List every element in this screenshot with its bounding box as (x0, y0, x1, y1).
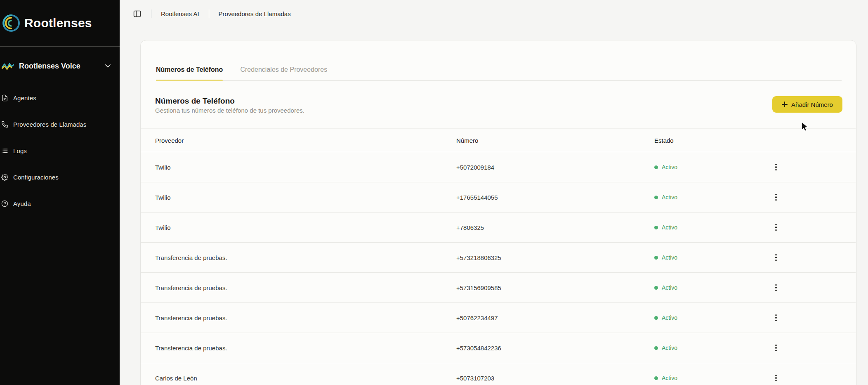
breadcrumb-app[interactable]: Rootlenses AI (161, 10, 199, 17)
add-number-button[interactable]: Añadir Número (772, 96, 842, 113)
cell-provider: Twilio (155, 194, 456, 201)
status-label: Activo (662, 345, 677, 351)
cell-provider: Twilio (155, 224, 456, 231)
phone-icon (1, 121, 12, 128)
cell-provider: Carlos de León (155, 375, 456, 382)
page-title: Números de Teléfono (155, 97, 235, 106)
topbar: Rootlenses AI Proveedores de Llamadas (120, 0, 868, 27)
status-label: Activo (662, 314, 677, 321)
status-dot-icon (654, 286, 658, 290)
breadcrumb-page[interactable]: Proveedores de Llamadas (219, 10, 291, 17)
status-badge: Activo (654, 224, 772, 231)
status-dot-icon (654, 196, 658, 199)
sidebar-item-ayuda[interactable]: Ayuda (0, 190, 120, 217)
table-row: Carlos de León +5073107203 Activo (141, 363, 856, 385)
row-menu-button[interactable] (773, 191, 779, 203)
status-badge: Activo (654, 314, 772, 321)
cell-provider: Twilio (155, 164, 456, 171)
sidebar-item-agentes[interactable]: Agentes (0, 85, 120, 111)
cell-number: +573218806325 (456, 254, 654, 261)
kebab-icon (775, 224, 777, 226)
row-menu-button[interactable] (773, 282, 779, 294)
sidebar-nav: Agentes Proveedores de Llamadas Logs Con… (0, 85, 120, 217)
sidebar-item-logs[interactable]: Logs (0, 137, 120, 164)
column-header-estado: Estado (654, 137, 772, 144)
document-icon (1, 94, 12, 102)
page-subtitle: Gestiona tus números de teléfono de tus … (155, 107, 304, 114)
cell-provider: Transferencia de pruebas. (155, 314, 456, 321)
row-menu-button[interactable] (773, 342, 779, 354)
cell-provider: Transferencia de pruebas. (155, 284, 456, 291)
cell-number: +17655144055 (456, 194, 654, 201)
status-dot-icon (654, 376, 658, 380)
column-header-proveedor: Proveedor (155, 137, 456, 144)
kebab-icon (775, 164, 777, 165)
row-menu-button[interactable] (773, 252, 779, 264)
workspace-label: Rootlenses Voice (19, 62, 80, 71)
row-menu-button[interactable] (773, 372, 779, 384)
status-badge: Activo (654, 194, 772, 201)
status-dot-icon (654, 256, 658, 260)
gear-icon (1, 174, 12, 181)
sidebar-item-label: Logs (13, 147, 27, 154)
status-label: Activo (662, 194, 677, 201)
workspace-selector[interactable]: Rootlenses Voice (0, 56, 120, 76)
cell-number: +5073107203 (456, 375, 654, 382)
table-row: Twilio +7806325 Activo (141, 213, 856, 243)
status-badge: Activo (654, 254, 772, 261)
kebab-icon (775, 345, 777, 346)
sidebar-item-label: Agentes (13, 94, 36, 102)
add-number-button-label: Añadir Número (791, 101, 833, 108)
row-menu-button[interactable] (773, 161, 779, 173)
row-menu-button[interactable] (773, 222, 779, 234)
kebab-icon (775, 314, 777, 316)
status-dot-icon (654, 165, 658, 169)
sidebar-toggle-button[interactable] (133, 9, 142, 18)
row-menu-button[interactable] (773, 312, 779, 324)
status-badge: Activo (654, 284, 772, 291)
cell-number: +7806325 (456, 224, 654, 231)
breadcrumb-divider (209, 9, 209, 18)
table-row: Transferencia de pruebas. +573054842236 … (141, 333, 856, 363)
table-row: Transferencia de pruebas. +573218806325 … (141, 243, 856, 273)
table-row: Twilio +17655144055 Activo (141, 182, 856, 213)
status-label: Activo (662, 224, 677, 231)
status-badge: Activo (654, 345, 772, 351)
status-dot-icon (654, 226, 658, 229)
status-label: Activo (662, 164, 677, 170)
tab-numeros-de-telefono[interactable]: Números de Teléfono (156, 66, 223, 80)
sidebar: Rootlenses Rootlenses Voice Agentes Prov… (0, 0, 120, 385)
column-header-numero: Número (456, 137, 654, 144)
status-dot-icon (654, 316, 658, 320)
table-body: Twilio +5072009184 Activo Twilio +176551… (141, 152, 856, 385)
status-label: Activo (662, 375, 677, 381)
cell-number: +50762234497 (456, 314, 654, 321)
kebab-icon (775, 194, 777, 196)
rootlenses-logo-icon (2, 14, 21, 33)
sidebar-item-configuraciones[interactable]: Configuraciones (0, 164, 120, 190)
status-badge: Activo (654, 164, 772, 170)
status-label: Activo (662, 284, 677, 291)
sidebar-item-proveedores-de-llamadas[interactable]: Proveedores de Llamadas (0, 111, 120, 137)
chevron-down-icon (105, 64, 111, 68)
kebab-icon (775, 254, 777, 256)
cell-number: +573054842236 (456, 345, 654, 352)
cell-provider: Transferencia de pruebas. (155, 254, 456, 261)
content-card: Números de Teléfono Credenciales de Prov… (140, 40, 856, 385)
table-row: Twilio +5072009184 Activo (141, 152, 856, 182)
status-dot-icon (654, 346, 658, 350)
cell-provider: Transferencia de pruebas. (155, 345, 456, 352)
tabs: Números de Teléfono Credenciales de Prov… (156, 40, 842, 81)
status-badge: Activo (654, 375, 772, 381)
voice-waveform-icon (2, 61, 14, 71)
breadcrumb-divider (151, 9, 151, 18)
help-icon (1, 200, 12, 207)
plus-icon (782, 102, 788, 107)
panel-toggle-icon (133, 9, 142, 18)
kebab-icon (775, 375, 777, 376)
sidebar-item-label: Proveedores de Llamadas (13, 121, 86, 128)
tab-credenciales-de-proveedores[interactable]: Credenciales de Proveedores (240, 66, 327, 80)
sidebar-item-label: Configuraciones (13, 174, 59, 181)
table-header: Proveedor Número Estado (141, 128, 856, 152)
kebab-icon (775, 284, 777, 286)
